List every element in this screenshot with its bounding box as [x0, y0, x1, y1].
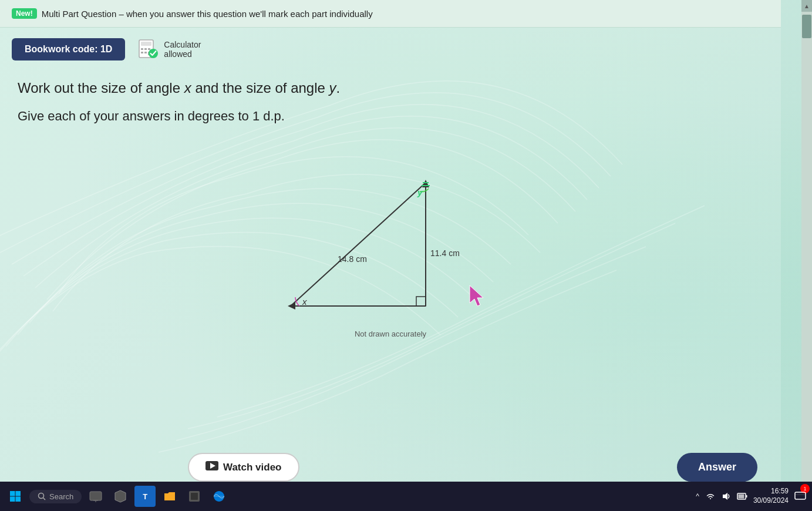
- scrollbar-arrow-up[interactable]: ▲: [801, 0, 812, 12]
- browser-icon: [213, 490, 225, 503]
- svg-text:11.4 cm: 11.4 cm: [430, 248, 460, 258]
- bottom-bar: Watch video Answer: [0, 453, 781, 482]
- question-area: Work out the size of angle x and the siz…: [0, 66, 781, 136]
- svg-rect-27: [16, 497, 21, 502]
- svg-rect-6: [144, 52, 147, 53]
- taskbar-app-2[interactable]: [110, 486, 131, 507]
- question-line2: Give each of your answers in degrees to …: [18, 109, 763, 124]
- svg-marker-16: [288, 302, 295, 310]
- taskbar-app-4[interactable]: [159, 486, 180, 507]
- taskbar-app-1[interactable]: [85, 486, 106, 507]
- triangle-svg: 14.8 cm 11.4 cm x y: [244, 147, 537, 330]
- app2-icon: [113, 489, 127, 503]
- notifications-icon[interactable]: [794, 492, 806, 501]
- video-play-icon: [205, 461, 218, 473]
- triangle-diagram: 14.8 cm 11.4 cm x y: [244, 147, 537, 335]
- bookwork-code-button[interactable]: Bookwork code: 1D: [12, 38, 125, 60]
- svg-rect-4: [148, 48, 150, 50]
- folder-icon: [163, 490, 176, 503]
- svg-rect-41: [795, 492, 806, 499]
- new-badge: New!: [12, 8, 37, 19]
- svg-text:x: x: [302, 297, 307, 307]
- scrollbar-thumb[interactable]: [802, 15, 811, 38]
- top-banner: New! Multi Part Question – when you answ…: [0, 0, 781, 28]
- svg-rect-5: [141, 52, 143, 53]
- start-button[interactable]: [5, 486, 26, 507]
- svg-rect-34: [191, 493, 198, 500]
- watch-video-label: Watch video: [223, 462, 282, 473]
- svg-rect-25: [16, 491, 21, 496]
- svg-point-28: [39, 493, 44, 499]
- banner-message: Multi Part Question – when you answer th…: [42, 9, 373, 19]
- svg-rect-24: [10, 491, 15, 496]
- clock-date: 30/09/2024: [753, 496, 789, 506]
- taskbar-search[interactable]: Search: [29, 490, 82, 503]
- tray-chevron[interactable]: ^: [696, 492, 699, 500]
- search-icon: [38, 492, 46, 500]
- svg-rect-26: [10, 497, 15, 502]
- calculator-icon: [137, 38, 159, 60]
- volume-icon: [722, 492, 731, 501]
- diagram-area: 14.8 cm 11.4 cm x y Not drawn accurately: [0, 136, 781, 350]
- question-line1: Work out the size of angle x and the siz…: [18, 78, 763, 98]
- svg-rect-12: [416, 297, 426, 306]
- taskbar-app-5[interactable]: [184, 486, 205, 507]
- app1-icon: [89, 489, 103, 503]
- windows-icon: [9, 490, 21, 502]
- svg-line-29: [43, 498, 46, 500]
- svg-rect-40: [738, 495, 744, 499]
- svg-text:14.8 cm: 14.8 cm: [338, 254, 367, 264]
- teams-label: T: [143, 492, 147, 501]
- svg-rect-2: [141, 48, 143, 50]
- svg-marker-21: [470, 285, 483, 306]
- calculator-line1: Calculator: [164, 40, 201, 49]
- clock-time: 16:59: [753, 487, 789, 496]
- taskbar-clock[interactable]: 16:59 30/09/2024: [753, 487, 789, 505]
- play-icon-svg: [205, 461, 218, 470]
- app5-icon: [188, 490, 201, 503]
- svg-rect-30: [90, 492, 102, 500]
- taskbar-app-6[interactable]: [208, 486, 230, 507]
- scrollbar: ▲ ▼: [801, 0, 812, 511]
- svg-text:y: y: [417, 187, 423, 197]
- search-label: Search: [49, 492, 73, 501]
- svg-marker-37: [723, 493, 727, 500]
- svg-rect-3: [144, 48, 147, 50]
- svg-rect-39: [746, 495, 747, 497]
- bookwork-row: Bookwork code: 1D Calculator allowed: [0, 28, 781, 66]
- svg-rect-1: [141, 42, 151, 46]
- taskbar-teams[interactable]: T 1: [134, 486, 156, 507]
- wifi-icon: [705, 492, 716, 500]
- calculator-allowed-indicator: Calculator allowed: [137, 38, 201, 60]
- svg-line-11: [291, 183, 426, 306]
- taskbar: Search T 1 ^: [0, 482, 812, 511]
- battery-icon: [737, 492, 747, 501]
- svg-marker-13: [422, 180, 429, 187]
- calculator-line2: allowed: [164, 49, 201, 59]
- watch-video-button[interactable]: Watch video: [188, 453, 299, 482]
- answer-button[interactable]: Answer: [677, 453, 757, 482]
- taskbar-right: ^ 16:59 30/09/2024: [696, 487, 806, 505]
